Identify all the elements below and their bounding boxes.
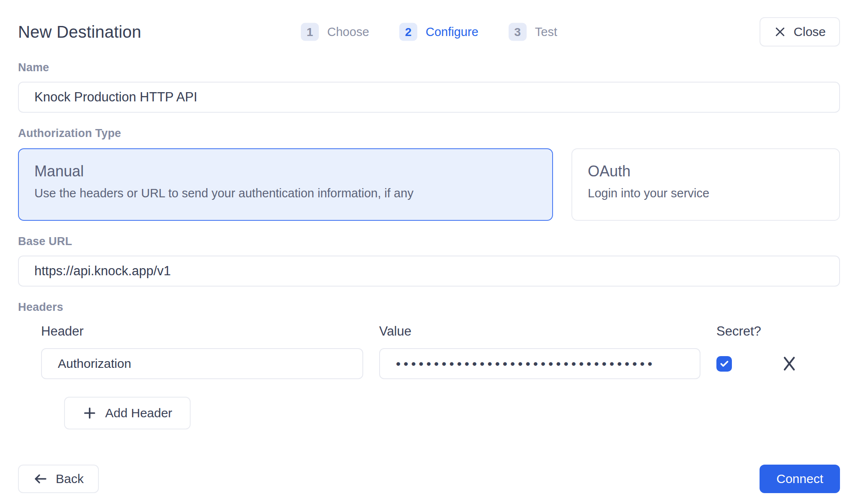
base-url-label: Base URL xyxy=(18,235,840,248)
add-header-button[interactable]: Add Header xyxy=(64,397,191,429)
stepper: 1 Choose 2 Configure 3 Test xyxy=(301,23,557,41)
back-button[interactable]: Back xyxy=(18,465,99,493)
step-label: Test xyxy=(535,25,557,39)
delete-header-button[interactable] xyxy=(781,355,797,372)
headers-table: Header Value Secret? xyxy=(18,324,840,429)
column-value: Value xyxy=(379,324,700,339)
headers-label: Headers xyxy=(18,301,840,314)
dialog-footer: Back Connect xyxy=(18,465,840,493)
back-button-label: Back xyxy=(56,472,84,486)
header-name-input[interactable] xyxy=(41,348,363,379)
new-destination-dialog: New Destination 1 Choose 2 Configure 3 T… xyxy=(0,17,858,493)
authorization-type-options: Manual Use the headers or URL to send yo… xyxy=(18,148,840,221)
dialog-header: New Destination 1 Choose 2 Configure 3 T… xyxy=(18,17,840,47)
step-test[interactable]: 3 Test xyxy=(509,23,557,41)
x-icon xyxy=(781,355,797,372)
step-number-badge: 2 xyxy=(399,23,417,41)
step-choose[interactable]: 1 Choose xyxy=(301,23,369,41)
connect-button-label: Connect xyxy=(776,472,823,486)
step-number-badge: 3 xyxy=(509,23,527,41)
header-row xyxy=(41,348,840,379)
step-label: Choose xyxy=(327,25,369,39)
add-header-label: Add Header xyxy=(105,406,172,420)
column-secret: Secret? xyxy=(716,324,840,339)
auth-option-title: Manual xyxy=(34,163,537,180)
auth-option-description: Use the headers or URL to send your auth… xyxy=(34,186,537,200)
headers-table-columns: Header Value Secret? xyxy=(41,324,840,339)
plus-icon xyxy=(83,406,97,420)
page-title: New Destination xyxy=(18,23,141,41)
close-button[interactable]: Close xyxy=(760,17,840,47)
step-configure[interactable]: 2 Configure xyxy=(399,23,478,41)
authorization-type-label: Authorization Type xyxy=(18,127,840,140)
name-input[interactable] xyxy=(18,82,840,113)
auth-option-manual[interactable]: Manual Use the headers or URL to send yo… xyxy=(18,148,553,221)
base-url-input[interactable] xyxy=(18,256,840,287)
column-header: Header xyxy=(41,324,363,339)
auth-option-oauth[interactable]: OAuth Login into your service xyxy=(571,148,840,221)
auth-option-title: OAuth xyxy=(588,163,824,180)
connect-button[interactable]: Connect xyxy=(760,465,840,493)
step-label: Configure xyxy=(426,25,478,39)
close-button-label: Close xyxy=(793,25,826,39)
secret-checkbox[interactable] xyxy=(716,356,732,372)
close-icon xyxy=(774,26,786,38)
step-number-badge: 1 xyxy=(301,23,319,41)
header-value-input[interactable] xyxy=(379,348,700,379)
name-label: Name xyxy=(18,61,840,74)
check-icon xyxy=(719,358,730,369)
arrow-left-icon xyxy=(33,471,48,486)
secret-cell xyxy=(716,355,840,372)
auth-option-description: Login into your service xyxy=(588,186,824,200)
